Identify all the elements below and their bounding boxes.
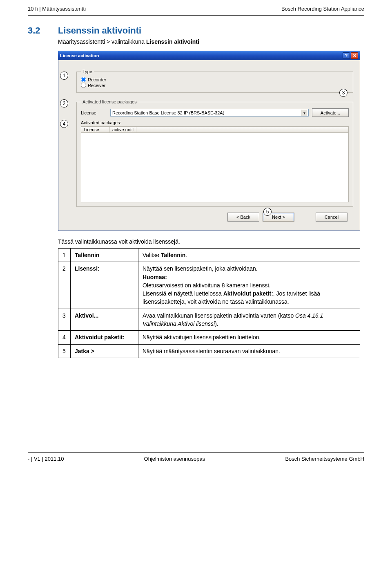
section-number: 3.2 [28, 25, 49, 36]
row1-key: Tallennin [71, 249, 138, 262]
header-left: 10 fi | Määritysassistentti [28, 6, 86, 12]
footer-center: Ohjelmiston asennusopas [144, 456, 205, 462]
callout-1: 1 [60, 72, 68, 80]
definitions-table: 1 Tallennin Valitse Tallennin. 2 Lisenss… [58, 248, 360, 358]
alp-legend: Activated license packages [81, 99, 138, 104]
type-legend: Type [81, 69, 94, 74]
breadcrumb-pre: Määritysassistentti > valintaikkuna [58, 38, 146, 45]
callout-5: 5 [263, 208, 272, 216]
r1v-c: . [185, 252, 187, 258]
footer-left: - | V1 | 2011.10 [28, 456, 64, 462]
window-titlebar: License activation ? ✕ [58, 51, 360, 60]
row2-key: Lisenssi: [71, 262, 138, 309]
packages-list-header: License active until [81, 126, 349, 133]
table-row: 4 Aktivoidut paketit: Näyttää aktivoituj… [58, 331, 360, 344]
license-activation-window: License activation ? ✕ 1 2 3 4 Type Reco… [58, 51, 360, 231]
license-label: License: [81, 110, 107, 115]
row1-val: Valitse Tallennin. [138, 249, 360, 262]
table-row: 2 Lisenssi: Näyttää sen lisenssipaketin,… [58, 262, 360, 309]
row2-val: Näyttää sen lisenssipaketin, joka aktivo… [138, 262, 360, 309]
r3-a: Avaa valintaikkunan lisenssipaketin akti… [143, 312, 295, 319]
r2-l3: Oletusarvoisesti on aktivoituna 8 kamera… [143, 281, 356, 289]
row3-val: Avaa valintaikkunan lisenssipaketin akti… [138, 309, 360, 331]
breadcrumb-bold: Lisenssin aktivointi [146, 38, 199, 45]
r2-l4b: Aktivoidut paketit: [223, 290, 273, 297]
r2-l2: Huomaa: [143, 273, 356, 281]
section-title: Lisenssin aktivointi [58, 25, 141, 36]
activate-button[interactable]: Activate... [312, 108, 349, 117]
receiver-radio[interactable] [81, 83, 86, 88]
col-license: License [81, 127, 110, 132]
receiver-label: Receiver [88, 83, 105, 88]
row5-num: 5 [58, 344, 71, 358]
row2-num: 2 [58, 262, 71, 309]
row1-num: 1 [58, 249, 71, 262]
row4-val: Näyttää aktivoitujen lisenssipakettien l… [138, 331, 360, 344]
recorder-label: Recorder [88, 77, 106, 82]
table-row: 5 Jatka > Näyttää määritysassistentin se… [58, 344, 360, 358]
license-select[interactable]: Recording Station Base License 32 IP (BR… [110, 109, 309, 116]
row4-num: 4 [58, 331, 71, 344]
row5-key: Jatka > [71, 344, 138, 358]
recorder-radio[interactable] [81, 77, 86, 82]
footer-right: Bosch Sicherheitssysteme GmbH [285, 456, 364, 462]
r2-l1: Näyttää sen lisenssipaketin, joka aktivo… [143, 264, 356, 273]
callout-4: 4 [60, 120, 68, 128]
activated-packages-label: Activated packages: [81, 120, 349, 125]
window-title: License activation [60, 53, 99, 58]
caption-text: Tässä valintaikkunassa voit aktivoida li… [58, 238, 364, 245]
help-button[interactable]: ? [343, 52, 350, 59]
back-button[interactable]: < Back [227, 213, 259, 222]
packages-list-body [81, 133, 349, 202]
breadcrumb: Määritysassistentti > valintaikkuna Lise… [58, 38, 364, 45]
table-row: 3 Aktivoi... Avaa valintaikkunan lisenss… [58, 309, 360, 331]
cancel-button[interactable]: Cancel [316, 213, 347, 222]
r1v-a: Valitse [143, 252, 161, 258]
row4-key: Aktivoidut paketit: [71, 331, 138, 344]
activated-license-packages-fieldset: Activated license packages License: Reco… [76, 99, 353, 207]
header-right: Bosch Recording Station Appliance [281, 6, 364, 12]
close-button[interactable]: ✕ [351, 52, 358, 59]
callout-3: 3 [339, 89, 347, 97]
col-active-until: active until [110, 127, 136, 132]
header-rule [28, 15, 364, 16]
license-value: Recording Station Base License 32 IP (BR… [112, 110, 224, 115]
row3-num: 3 [58, 309, 71, 331]
callout-2: 2 [60, 99, 68, 108]
table-row: 1 Tallennin Valitse Tallennin. [58, 249, 360, 262]
r3-c: ). [215, 320, 218, 327]
r2-l4: Lisenssiä ei näytetä luettelossa Aktivoi… [143, 289, 356, 306]
row3-key: Aktivoi... [71, 309, 138, 331]
type-fieldset: Type Recorder Receiver [76, 69, 353, 93]
r1v-b: Tallennin [161, 252, 185, 258]
row5-val: Näyttää määritysassistentin seuraavan va… [138, 344, 360, 358]
r2-l4a: Lisenssiä ei näytetä luettelossa [143, 290, 223, 297]
